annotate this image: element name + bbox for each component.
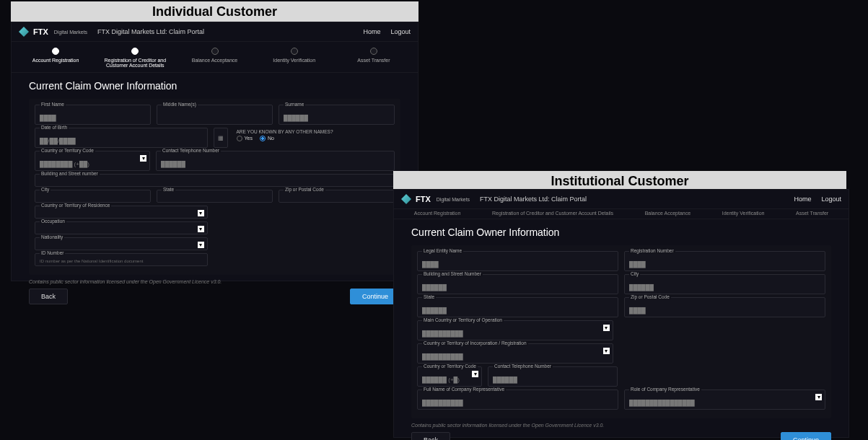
zip-field[interactable]: Zip or Postal Code (279, 190, 395, 203)
progress-steps: Account Registration Registration of Cre… (12, 42, 418, 73)
panel-institutional: FTX Digital Markets FTX Digital Markets … (393, 189, 849, 438)
section-title-inst: Current Claim Owner Information (394, 219, 849, 242)
banner-individual: Individual Customer (11, 1, 418, 22)
reg-number-field[interactable]: Registration Number████ (624, 251, 825, 271)
inst-country-code-field[interactable]: Country or Territory Code██████ (+█) (417, 366, 482, 387)
brand-sub: Digital Markets (54, 30, 87, 35)
occupation-field[interactable]: Occupation (35, 221, 208, 234)
back-button-inst[interactable]: Back (411, 432, 450, 440)
brand: FTX Digital Markets FTX Digital Markets … (19, 27, 204, 37)
nav-home[interactable]: Home (363, 28, 380, 35)
form-institutional: Legal Entity Name████ Registration Numbe… (411, 245, 831, 418)
surname-field[interactable]: Surname██████ (279, 105, 395, 125)
brand-inst: FTX Digital Markets FTX Digital Markets … (401, 194, 587, 204)
nav-logout[interactable]: Logout (390, 28, 411, 35)
inst-street-field[interactable]: Building and Street Number██████ (417, 274, 618, 294)
legal-entity-field[interactable]: Legal Entity Name████ (417, 251, 618, 271)
portal-title: FTX Digital Markets Ltd: Claim Portal (97, 28, 204, 35)
brand-name-inst: FTX (416, 195, 431, 203)
residence-field[interactable]: Country or Territory of Residence (35, 206, 208, 219)
nationality-field[interactable]: Nationality (35, 237, 208, 250)
alias-no[interactable]: No (260, 136, 274, 141)
phone-field[interactable]: Contact Telephone Number██████ (156, 151, 395, 171)
state-field[interactable]: State (157, 190, 273, 203)
step-asset: Asset Transfer (334, 48, 413, 68)
step-account-registration: Account Registration (16, 48, 95, 68)
incorporation-country-field[interactable]: Country or Territory of Incorporation / … (417, 343, 613, 364)
licence-text: Contains public sector information licen… (12, 278, 418, 286)
alias-yes[interactable]: Yes (237, 136, 253, 141)
topbar-inst: FTX Digital Markets FTX Digital Markets … (394, 190, 849, 209)
back-button[interactable]: Back (29, 289, 68, 304)
continue-button-inst[interactable]: Continue (781, 432, 831, 440)
ftx-logo-icon (19, 27, 29, 37)
calendar-icon[interactable]: ▦ (214, 128, 228, 148)
inst-state-field[interactable]: State██████ (417, 297, 618, 317)
first-name-field[interactable]: First Name████ (35, 105, 151, 125)
ftx-logo-icon (401, 194, 411, 204)
rep-name-field[interactable]: Full Name of Company Representative█████… (417, 390, 618, 410)
street-field[interactable]: Building and Street number (35, 174, 395, 187)
brand-name: FTX (33, 27, 48, 36)
brand-sub-inst: Digital Markets (437, 197, 470, 202)
form-individual: First Name████ Middle Name(s) Surname███… (29, 99, 400, 275)
dob-field[interactable]: Date of Birth██/██/████ (35, 128, 208, 148)
inst-phone-field[interactable]: Contact Telephone Number██████ (488, 366, 618, 387)
alias-radio-group: ARE YOU KNOWN BY ANY OTHER NAMES? Yes No (234, 128, 395, 148)
operation-country-field[interactable]: Main Country or Territory of Operation██… (417, 320, 613, 340)
step-creditor-details: Registration of Creditor and Customer Ac… (95, 48, 175, 68)
progress-steps-inst: Account Registration Registration of Cre… (394, 209, 849, 219)
step-balance: Balance Acceptance (175, 48, 254, 68)
licence-text-inst: Contains public sector information licen… (394, 421, 849, 429)
section-title: Current Claim Owner Information (12, 73, 418, 96)
country-code-field[interactable]: Country or Territory Code████████ (+██) (35, 151, 150, 171)
middle-name-field[interactable]: Middle Name(s) (157, 105, 273, 125)
step-identity: Identity Verification (255, 48, 334, 68)
inst-zip-field[interactable]: Zip or Postal Code████ (624, 297, 825, 317)
rep-role-field[interactable]: Role of Company Representative██████████… (624, 390, 825, 410)
inst-city-field[interactable]: City██████ (624, 274, 825, 294)
id-number-field[interactable]: ID NumberID number as per the National I… (35, 253, 208, 266)
panel-individual: FTX Digital Markets FTX Digital Markets … (11, 22, 418, 281)
topbar: FTX Digital Markets FTX Digital Markets … (12, 22, 418, 42)
nav-logout-inst[interactable]: Logout (821, 195, 841, 203)
city-field[interactable]: City (35, 190, 151, 203)
portal-title-inst: FTX Digital Markets Ltd: Claim Portal (480, 195, 587, 203)
nav-home-inst[interactable]: Home (794, 195, 811, 203)
